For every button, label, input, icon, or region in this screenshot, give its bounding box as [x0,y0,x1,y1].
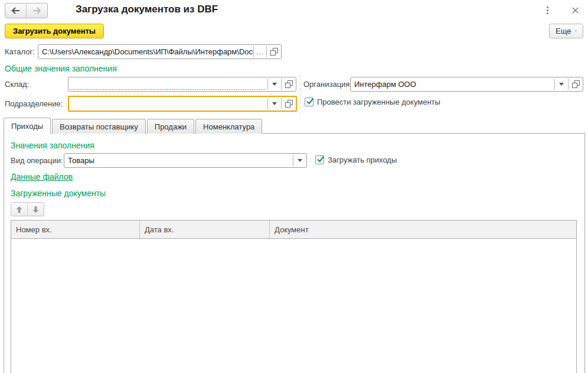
window-menu-icon[interactable] [542,4,553,16]
organization-field: Интерфарм ООО [350,77,583,92]
organization-label: Организация: [303,80,352,89]
tab-prodazhi[interactable]: Продажи [147,119,194,134]
warehouse-open-icon[interactable] [282,77,296,91]
row-move-group [11,202,44,216]
more-button-label: Еще [556,27,571,35]
close-icon[interactable] [569,4,581,16]
catalog-open-icon[interactable] [267,45,281,59]
section-common-values: Общие значения заполнения [5,64,117,73]
column-header-date[interactable]: Дата вх. [139,220,269,238]
tab-nomenklatura[interactable]: Номенклатура [195,119,262,134]
load-documents-button[interactable]: Загрузить документы [5,24,104,38]
checkmark-icon [306,98,314,105]
department-field [68,96,297,112]
move-down-button[interactable] [28,203,44,216]
operation-kind-dropdown-icon[interactable] [293,154,306,167]
warehouse-field [68,77,296,92]
operation-kind-label: Вид операции: [11,156,63,165]
operation-kind-input[interactable]: Товары [64,154,293,167]
documents-table-body[interactable] [11,239,577,373]
checkbox-box [315,155,324,164]
forward-button[interactable] [27,4,47,18]
department-label: Подразделение: [5,99,63,108]
checkbox-label: Загружать приходы [328,155,397,164]
form-column-separator [300,76,300,113]
tab-prihody[interactable]: Приходы [4,118,51,134]
more-button-top[interactable]: Еще [549,24,583,38]
load-receipts-checkbox[interactable]: Загружать приходы [315,155,397,164]
tab-vozvraty-postavshchiku[interactable]: Возвраты поставщику [52,119,146,134]
organization-dropdown-icon[interactable] [555,77,568,91]
warehouse-dropdown-icon[interactable] [268,77,281,91]
section-loaded-documents: Загруженные документы [11,189,106,198]
catalog-label: Каталог: [5,47,35,56]
operation-kind-field: Товары [64,153,307,168]
catalog-browse-button[interactable]: ... [254,45,266,59]
dbf-load-window: Загрузка документов из DBF Загрузить док… [0,0,588,373]
move-up-button[interactable] [11,203,27,216]
column-header-number[interactable]: Номер вх. [11,220,139,238]
page-title: Загрузка документов из DBF [76,4,218,15]
department-input[interactable] [69,97,267,111]
warehouse-input[interactable] [68,77,267,91]
warehouse-label: Склад: [5,80,29,89]
required-marker [70,89,266,90]
checkbox-box [305,98,313,106]
organization-input[interactable]: Интерфарм ООО [351,77,554,91]
checkbox-label: Провести загруженные документы [317,98,440,106]
arrow-down-icon [32,206,39,213]
documents-table-header: Номер вх. Дата вх. Документ [11,220,577,239]
arrow-right-icon [32,7,41,14]
arrow-up-icon [16,206,22,213]
checkmark-icon [316,155,325,163]
section-fill-values: Значения заполнения [11,141,94,150]
chevron-down-icon [575,30,577,33]
tab-bar: Приходы Возвраты поставщику Продажи Номе… [4,118,263,134]
department-dropdown-icon[interactable] [268,97,281,111]
column-header-document[interactable]: Документ [269,220,576,238]
department-open-icon[interactable] [282,97,296,111]
post-loaded-documents-checkbox[interactable]: Провести загруженные документы [305,98,440,106]
catalog-input[interactable]: C:\Users\Александр\Documents\ИП\Файлы\Ин… [38,45,253,59]
history-nav-group [5,3,48,18]
arrow-left-icon [11,7,20,14]
back-button[interactable] [5,4,26,18]
file-data-group-link[interactable]: Данные файлов [11,172,73,181]
catalog-field: C:\Users\Александр\Documents\ИП\Файлы\Ин… [38,44,282,59]
organization-open-icon[interactable] [569,77,583,91]
